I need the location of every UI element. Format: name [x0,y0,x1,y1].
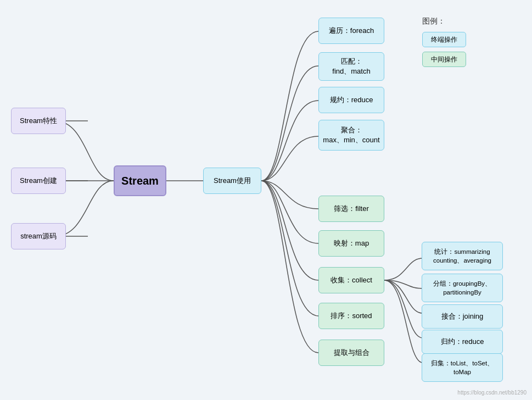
aggregate-node: 聚合： max、min、count [318,120,384,151]
legend-terminal: 终端操作 [422,32,466,47]
filter-node: 筛选：filter [318,196,384,222]
watermark: https://blog.csdn.net/bb1290 [457,390,527,396]
legend-middle-swatch: 中间操作 [422,52,466,67]
legend: 图例： 终端操作 中间操作 [422,16,466,71]
reduce2-node: 归约：reduce [422,330,503,354]
legend-middle: 中间操作 [422,52,466,67]
归集-node: 归集：toList、toSet、 toMap [422,353,503,382]
stream-use-node: Stream使用 [203,168,261,194]
extract-node: 提取与组合 [318,340,384,366]
collect-node: 收集：collect [318,267,384,293]
mind-map-canvas: Stream Stream特性 Stream创建 stream源码 Stream… [0,0,532,400]
legend-title: 图例： [422,16,466,26]
stream-create-node: Stream创建 [11,168,66,194]
stats-node: 统计：summarizing counting、averaging [422,242,503,270]
group-node: 分组：groupingBy、 partitioningBy [422,274,503,302]
match-node: 匹配： find、match [318,52,384,81]
map-node: 映射：map [318,230,384,257]
traverse-node: 遍历：foreach [318,18,384,44]
stream-source-node: stream源码 [11,223,66,249]
legend-terminal-swatch: 终端操作 [422,32,466,47]
stream-main-node: Stream [114,165,166,196]
stream-traits-node: Stream特性 [11,108,66,134]
join-node: 接合：joining [422,304,503,329]
reduce-node: 规约：reduce [318,87,384,113]
sorted-node: 排序：sorted [318,303,384,329]
